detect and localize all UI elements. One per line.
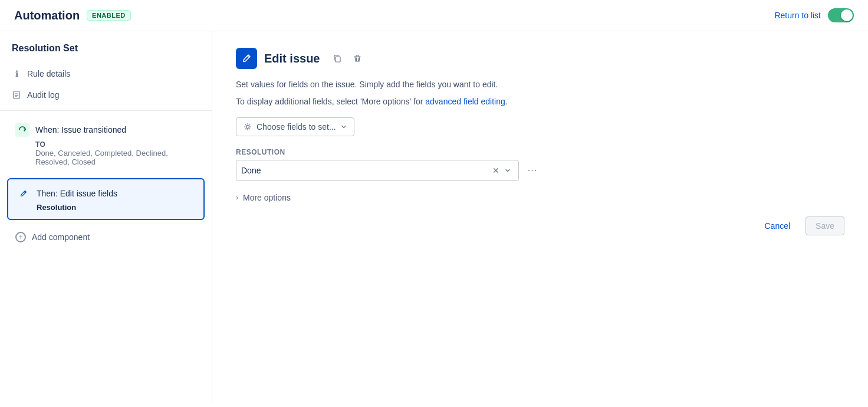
transition-icon [15, 123, 29, 137]
edit-issue-actions [329, 50, 366, 67]
action-header: Then: Edit issue fields [17, 186, 195, 201]
resolution-field-label: Resolution [236, 148, 844, 156]
info-circle-icon: ℹ [12, 69, 21, 78]
resolution-select[interactable]: Done ✕ [236, 160, 519, 181]
edit-issue-title: Edit issue [264, 52, 320, 65]
header: Automation ENABLED Return to list [0, 0, 868, 31]
sidebar-divider [0, 110, 212, 111]
main-layout: Resolution Set ℹ Rule details Audit log [0, 31, 868, 405]
resolution-field-group: Resolution Done ✕ ··· [236, 148, 844, 181]
app-title: Automation [14, 9, 80, 22]
advanced-field-editing-link[interactable]: advanced field editing. [425, 97, 507, 106]
sidebar: Resolution Set ℹ Rule details Audit log [0, 31, 212, 405]
return-to-list-link[interactable]: Return to list [774, 11, 821, 20]
rule-details-label: Rule details [27, 69, 70, 78]
trigger-component[interactable]: When: Issue transitioned TO Done, Cancel… [7, 116, 205, 173]
trigger-header: When: Issue transitioned [15, 123, 196, 137]
pencil-icon [17, 186, 31, 201]
add-circle-icon: + [15, 232, 26, 242]
document-icon [12, 90, 21, 100]
choose-fields-label: Choose fields to set... [257, 122, 336, 132]
edit-issue-icon [236, 48, 257, 69]
edit-issue-header: Edit issue [236, 48, 844, 69]
enabled-badge: ENABLED [87, 10, 131, 21]
clear-resolution-button[interactable]: ✕ [490, 165, 502, 176]
description-2-prefix: To display additional fields, select 'Mo… [236, 97, 425, 106]
description-1: Set values for fields on the issue. Simp… [236, 78, 844, 91]
sidebar-title: Resolution Set [0, 43, 212, 63]
audit-log-label: Audit log [27, 90, 59, 100]
sidebar-item-audit-log[interactable]: Audit log [0, 84, 212, 106]
save-button[interactable]: Save [805, 216, 844, 235]
svg-rect-4 [336, 57, 340, 62]
field-more-options-button[interactable]: ··· [524, 162, 541, 179]
action-label: Then: Edit issue fields [37, 189, 117, 198]
add-component[interactable]: + Add component [0, 225, 212, 250]
toggle-knob [841, 9, 853, 21]
trigger-detail: TO Done, Canceled, Completed, Declined, … [35, 140, 196, 166]
resolution-dropdown-button[interactable] [502, 165, 514, 176]
sidebar-item-rule-details[interactable]: ℹ Rule details [0, 63, 212, 84]
more-options-label: More options [243, 193, 291, 202]
cancel-button[interactable]: Cancel [755, 217, 800, 235]
choose-fields-button[interactable]: Choose fields to set... [236, 117, 354, 136]
delete-button[interactable] [349, 50, 366, 67]
trigger-label: When: Issue transitioned [35, 125, 126, 134]
resolution-value: Done [241, 166, 490, 175]
header-right: Return to list [774, 8, 854, 22]
automation-toggle[interactable] [828, 8, 854, 22]
field-row: Done ✕ ··· [236, 160, 844, 181]
add-component-label: Add component [32, 232, 90, 242]
action-detail: Resolution [37, 203, 195, 212]
chevron-right-icon: › [236, 193, 238, 202]
copy-button[interactable] [329, 50, 346, 67]
content-area: Edit issue Set values for fields on the … [212, 31, 868, 405]
svg-point-5 [246, 126, 249, 129]
header-left: Automation ENABLED [14, 9, 131, 22]
chevron-down-icon [341, 124, 347, 130]
footer-buttons: Cancel Save [236, 216, 844, 235]
gear-icon [244, 123, 252, 131]
action-component[interactable]: Then: Edit issue fields Resolution [7, 178, 205, 220]
trigger-detail-value: Done, Canceled, Completed, Declined, Res… [35, 149, 196, 166]
more-options-row[interactable]: › More options [236, 193, 844, 202]
trigger-detail-label: TO [35, 140, 196, 149]
description-2: To display additional fields, select 'Mo… [236, 96, 844, 108]
